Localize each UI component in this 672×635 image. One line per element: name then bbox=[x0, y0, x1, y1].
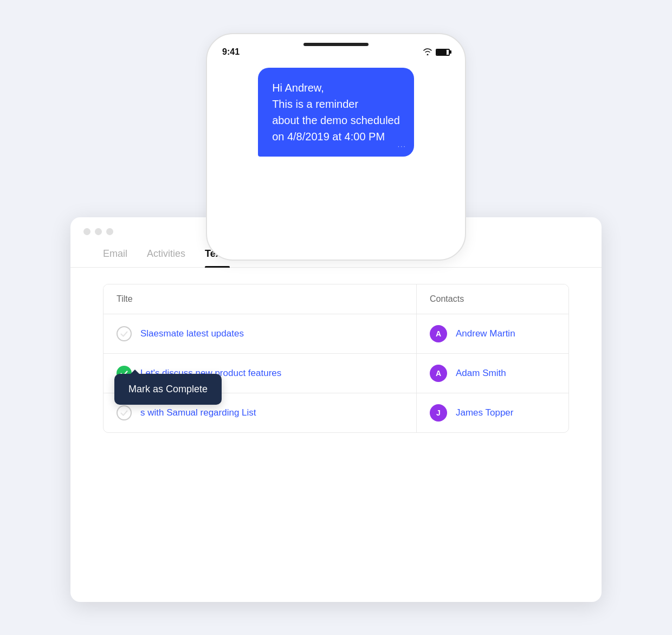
mark-as-complete-tooltip: Mark as Complete bbox=[114, 374, 222, 405]
message-bubble: Hi Andrew, This is a reminder about the … bbox=[258, 68, 414, 157]
table-row: Let's discuss new product features A Ada… bbox=[104, 354, 568, 393]
table-row: Slaesmate latest updates A Andrew Martin bbox=[104, 314, 568, 354]
table-header: Tilte Contacts bbox=[104, 284, 568, 314]
traffic-light-yellow[interactable] bbox=[95, 228, 102, 235]
column-header-contacts: Contacts bbox=[417, 284, 568, 314]
column-header-title: Tilte bbox=[104, 284, 417, 314]
contact-avatar-adam: A bbox=[430, 365, 447, 382]
phone-content: Hi Andrew, This is a reminder about the … bbox=[207, 62, 465, 260]
status-icon-incomplete[interactable] bbox=[117, 326, 132, 341]
phone-time: 9:41 bbox=[222, 47, 240, 57]
wifi-icon bbox=[423, 48, 432, 57]
row2-contact-cell: A Adam Smith bbox=[417, 354, 568, 393]
contact-avatar-james: J bbox=[430, 404, 447, 422]
contact-name-adam[interactable]: Adam Smith bbox=[456, 368, 506, 379]
row1-title[interactable]: Slaesmate latest updates bbox=[140, 328, 244, 339]
message-text: Hi Andrew, This is a reminder about the … bbox=[272, 82, 400, 142]
row1-title-cell: Slaesmate latest updates bbox=[104, 314, 417, 353]
contact-avatar-andrew: A bbox=[430, 325, 447, 342]
traffic-light-green[interactable] bbox=[106, 228, 113, 235]
status-icon-incomplete-3[interactable] bbox=[117, 405, 132, 420]
row3-title[interactable]: s with Samual regarding List bbox=[140, 407, 256, 418]
phone-mockup: 9:41 Hi Andrew, This is a reminder about… bbox=[206, 33, 466, 261]
tab-activities[interactable]: Activities bbox=[147, 244, 185, 267]
desktop-window: Email Activities Texts Tilte Contacts bbox=[70, 217, 602, 602]
phone-status-icons bbox=[423, 48, 450, 57]
phone-status-bar: 9:41 bbox=[207, 34, 465, 62]
battery-icon bbox=[436, 49, 450, 56]
tab-email[interactable]: Email bbox=[103, 244, 127, 267]
contact-name-james[interactable]: James Topper bbox=[456, 407, 513, 418]
contact-name-andrew[interactable]: Andrew Martin bbox=[456, 328, 515, 339]
message-dots: ··· bbox=[398, 141, 406, 151]
row1-contact-cell: A Andrew Martin bbox=[417, 314, 568, 353]
traffic-light-red[interactable] bbox=[83, 228, 91, 235]
row3-contact-cell: J James Topper bbox=[417, 393, 568, 432]
phone-notch bbox=[303, 43, 369, 46]
texts-table: Tilte Contacts Slaesmate latest updates … bbox=[103, 284, 569, 433]
scene: 9:41 Hi Andrew, This is a reminder about… bbox=[125, 33, 547, 602]
